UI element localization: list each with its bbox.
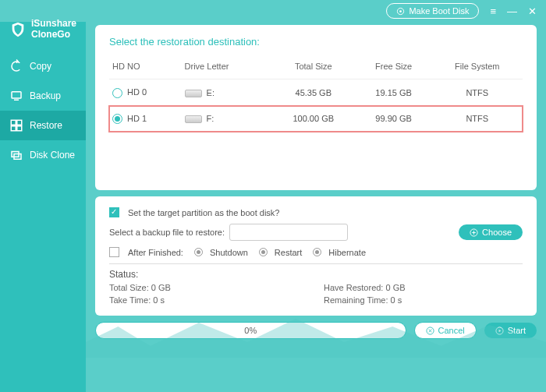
options-panel: Set the target partition as the boot dis… [95,196,537,316]
divider [109,263,523,264]
radio-hibernate[interactable] [313,248,321,256]
nav-restore[interactable]: Restore [0,111,86,140]
svg-rect-2 [12,91,21,97]
close-icon[interactable]: ✕ [528,5,537,17]
status-title: Status: [109,269,523,280]
nav-copy[interactable]: Copy [0,51,86,81]
radio-hd0[interactable] [112,88,122,98]
content-area: Select the restoration destination: HD N… [86,22,546,392]
play-icon [495,327,504,335]
cancel-button[interactable]: Cancel [414,322,477,339]
cancel-icon [426,327,434,335]
target-icon [396,7,405,16]
start-button[interactable]: Start [484,323,537,338]
col-fs: File System [432,57,523,79]
radio-hd1[interactable] [112,114,122,124]
table-row[interactable]: HD 1 F: 100.00 GB 99.90 GB NTFS [109,106,523,132]
status-restored: Have Restored: 0 GB [324,283,523,292]
drive-icon [185,90,202,97]
nav-backup[interactable]: Backup [0,81,86,111]
svg-rect-7 [17,125,22,130]
radio-restart[interactable] [259,248,268,256]
nav-restore-label: Restore [30,120,62,131]
status-remaining: Remaining Time: 0 s [324,295,523,305]
boot-label: Set the target partition as the boot dis… [128,208,279,217]
backup-file-input[interactable] [229,224,348,241]
app-name: iSunshareCloneGo [31,19,76,41]
diskclone-icon [9,148,23,162]
after-label: After Finished: [128,248,183,257]
choose-button[interactable]: Choose [459,224,523,240]
boot-checkbox[interactable] [109,207,119,217]
plus-circle-icon [470,228,478,237]
col-total: Total Size [271,57,356,79]
status-total: Total Size: 0 GB [109,283,308,292]
select-file-label: Select a backup file to restore: [109,228,225,237]
nav-diskclone-label: Disk Clone [30,150,75,161]
col-hdno: HD NO [109,57,182,79]
drive-icon [185,115,202,123]
svg-rect-4 [11,120,16,125]
bottom-bar: 0% Cancel Start [95,322,537,339]
progress-bar: 0% [95,322,406,339]
progress-text: 0% [244,326,257,335]
col-letter: Drive Letter [182,57,271,79]
svg-rect-3 [14,99,19,101]
backup-icon [9,89,23,103]
menu-icon[interactable]: ≡ [490,5,496,17]
app-logo: iSunshareCloneGo [0,19,86,51]
svg-point-1 [400,10,402,12]
panel-title: Select the restoration destination: [109,36,523,48]
make-boot-disk-button[interactable]: Make Boot Disk [386,3,479,19]
shield-icon [9,19,27,40]
window-controls: ≡ — ✕ [490,5,537,17]
radio-shutdown[interactable] [194,248,203,256]
destination-panel: Select the restoration destination: HD N… [95,25,537,190]
table-row[interactable]: HD 0 E: 45.35 GB 19.15 GB NTFS [109,79,523,106]
svg-rect-5 [17,120,22,125]
nav-copy-label: Copy [30,61,51,72]
nav-diskclone[interactable]: Disk Clone [0,140,86,170]
boot-label: Make Boot Disk [409,6,469,16]
drive-table: HD NO Drive Letter Total Size Free Size … [109,57,523,132]
nav-backup-label: Backup [30,90,61,101]
svg-rect-6 [11,125,16,130]
minimize-icon[interactable]: — [507,5,517,17]
copy-icon [9,59,23,73]
restore-icon [9,118,23,132]
col-free: Free Size [356,57,432,79]
after-checkbox[interactable] [109,247,119,257]
status-take: Take Time: 0 s [109,295,308,305]
sidebar: iSunshareCloneGo Copy Backup Restore Dis… [0,22,86,392]
